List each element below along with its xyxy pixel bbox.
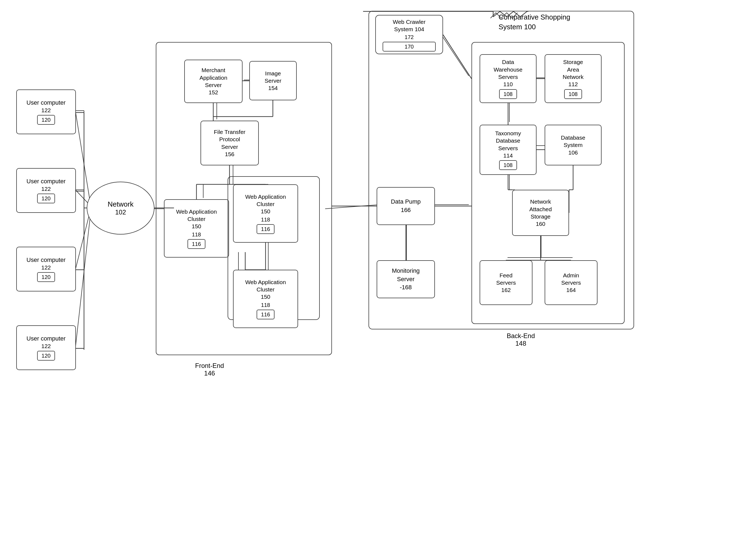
diagram: User computer 122 120 User computer 122 … — [0, 0, 756, 549]
web-app-cluster-bottom-118: 118 — [261, 302, 270, 309]
backend-label: Back-End 148 — [507, 332, 535, 347]
web-app-cluster-center-116: 116 — [257, 224, 274, 234]
admin-servers: AdminServers164 — [545, 260, 597, 305]
merchant-app-server-label: MerchantApplicationServer152 — [199, 66, 227, 96]
network-attached-storage: NetworkAttachedStorage160 — [512, 190, 569, 236]
taxonomy-db-servers: TaxonomyDatabaseServers114 108 — [480, 125, 537, 175]
web-app-cluster-bottom-116: 116 — [257, 310, 274, 320]
web-crawler-system: Web CrawlerSystem 104 172 170 — [375, 15, 443, 54]
image-server: ImageServer154 — [249, 61, 297, 100]
storage-area-108: 108 — [564, 89, 582, 99]
network-label: Network — [108, 200, 133, 208]
data-pump: Data Pump166 — [377, 187, 435, 225]
data-warehouse-servers: DataWarehouseServers110 108 — [480, 54, 537, 103]
database-system: DatabaseSystem106 — [545, 125, 602, 165]
network-node: Network 102 — [87, 182, 154, 234]
user-computer-3-number1: 122 — [41, 264, 51, 271]
user-computer-2-number1: 122 — [41, 185, 51, 192]
merchant-app-server: MerchantApplicationServer152 — [184, 60, 243, 103]
database-system-label: DatabaseSystem106 — [561, 134, 585, 156]
user-computer-4-inner: 120 — [37, 351, 55, 361]
storage-area-network: StorageAreaNetwork112 108 — [545, 54, 602, 103]
user-computer-1-inner: 120 — [37, 115, 55, 125]
taxonomy-db-108: 108 — [499, 160, 517, 170]
web-crawler-label: Web CrawlerSystem 104 — [393, 18, 426, 33]
web-app-cluster-left-116: 116 — [188, 239, 205, 249]
file-transfer-label: File TransferProtocolServer156 — [214, 128, 245, 158]
storage-area-label: StorageAreaNetwork112 — [563, 58, 583, 88]
user-computer-3: User computer 122 120 — [16, 247, 76, 292]
monitoring-server: MonitoringServer-168 — [377, 260, 435, 298]
user-computer-2-inner: 120 — [37, 193, 55, 203]
user-computer-1-label: User computer — [27, 99, 66, 107]
web-app-cluster-left: Web ApplicationCluster150 118 116 — [164, 199, 229, 257]
web-app-cluster-bottom: Web ApplicationCluster150 118 116 — [233, 270, 298, 328]
monitoring-server-label: MonitoringServer-168 — [392, 267, 420, 292]
feed-servers: FeedServers162 — [480, 260, 532, 305]
image-server-label: ImageServer154 — [265, 70, 282, 92]
data-warehouse-108: 108 — [499, 89, 517, 99]
web-app-cluster-center-118: 118 — [261, 216, 270, 223]
user-computer-1-number1: 122 — [41, 106, 51, 114]
web-app-cluster-left-118: 118 — [192, 231, 201, 238]
svg-line-0 — [75, 111, 91, 206]
user-computer-4: User computer 122 120 — [16, 325, 76, 370]
feed-servers-label: FeedServers162 — [496, 271, 516, 294]
user-computer-1: User computer 122 120 — [16, 89, 76, 134]
data-warehouse-label: DataWarehouseServers110 — [494, 58, 523, 88]
file-transfer-server: File TransferProtocolServer156 — [201, 121, 259, 165]
web-app-cluster-center-label: Web ApplicationCluster150 — [245, 193, 286, 215]
web-crawler-172: 172 — [405, 34, 413, 41]
user-computer-3-inner: 120 — [37, 272, 55, 282]
taxonomy-db-label: TaxonomyDatabaseServers114 — [495, 130, 521, 159]
web-app-cluster-left-label: Web ApplicationCluster150 — [176, 208, 217, 230]
svg-line-2 — [75, 209, 91, 270]
frontend-label: Front-End 146 — [195, 362, 224, 377]
svg-line-3 — [75, 211, 91, 348]
user-computer-2-label: User computer — [27, 177, 66, 185]
user-computer-4-number1: 122 — [41, 343, 51, 350]
admin-servers-label: AdminServers164 — [561, 271, 581, 294]
data-pump-label: Data Pump166 — [391, 198, 421, 214]
zigzag-line — [490, 11, 523, 20]
user-computer-3-label: User computer — [27, 256, 66, 264]
user-computer-4-label: User computer — [27, 335, 66, 343]
network-attached-label: NetworkAttachedStorage160 — [529, 198, 552, 227]
web-crawler-170: 170 — [383, 42, 436, 51]
user-computer-2: User computer 122 120 — [16, 168, 76, 213]
network-number: 102 — [115, 208, 126, 216]
web-app-cluster-center: Web ApplicationCluster150 118 116 — [233, 184, 298, 242]
web-app-cluster-bottom-label: Web ApplicationCluster150 — [245, 279, 286, 301]
